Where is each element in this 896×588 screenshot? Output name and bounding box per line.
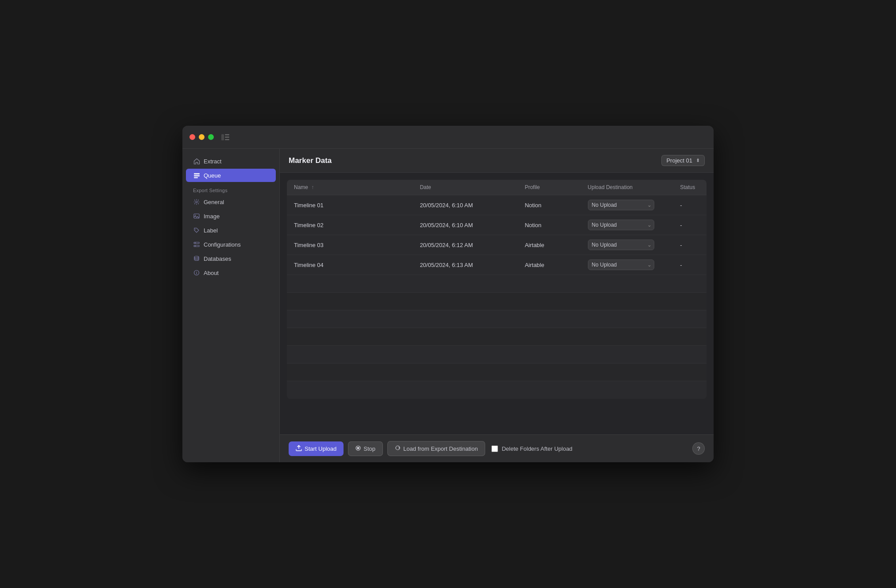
sidebar-item-label: About <box>204 270 219 276</box>
data-table: Name ↑ Date Profile Upload Destination <box>287 180 707 399</box>
sidebar: Extract Queue Export Settings <box>182 149 280 462</box>
home-icon <box>193 158 200 165</box>
svg-rect-1 <box>225 134 229 135</box>
sidebar-item-about[interactable]: About <box>186 266 276 279</box>
cell-profile: Notion <box>518 215 580 235</box>
table-row: Timeline 0220/05/2024, 6:10 AMNotionNo U… <box>287 215 707 235</box>
svg-rect-14 <box>195 246 196 247</box>
col-status-label: Status <box>680 184 695 190</box>
close-button[interactable] <box>189 134 195 140</box>
stop-icon <box>355 445 361 452</box>
maximize-button[interactable] <box>208 134 214 140</box>
svg-rect-19 <box>357 447 359 449</box>
sidebar-item-general[interactable]: General <box>186 195 276 209</box>
image-icon <box>193 213 200 220</box>
upload-destination-select[interactable]: No UploadDropboxGoogle DriveOneDrive <box>588 220 654 230</box>
cell-upload-destination: No UploadDropboxGoogle DriveOneDrive <box>581 235 673 255</box>
svg-point-10 <box>195 229 196 230</box>
cell-status: - <box>673 195 707 215</box>
svg-point-15 <box>194 256 199 258</box>
cell-upload-destination: No UploadDropboxGoogle DriveOneDrive <box>581 255 673 275</box>
load-from-export-button[interactable]: Load from Export Destination <box>387 441 485 456</box>
sidebar-item-label[interactable]: Label <box>186 224 276 237</box>
cell-date: 20/05/2024, 6:10 AM <box>413 195 518 215</box>
sidebar-item-label: Configurations <box>204 241 241 248</box>
sidebar-item-queue[interactable]: Queue <box>186 169 276 182</box>
sidebar-item-label: Image <box>204 213 220 220</box>
cell-profile: Notion <box>518 195 580 215</box>
upload-destination-select[interactable]: No UploadDropboxGoogle DriveOneDrive <box>588 240 654 250</box>
table-row-empty <box>287 381 707 399</box>
cell-profile: Airtable <box>518 255 580 275</box>
help-button[interactable]: ? <box>692 442 705 455</box>
col-name-label: Name <box>294 184 308 190</box>
sidebar-item-label: Databases <box>204 255 231 262</box>
stop-button[interactable]: Stop <box>348 441 383 456</box>
sidebar-item-image[interactable]: Image <box>186 209 276 223</box>
refresh-icon <box>395 445 401 452</box>
cell-status: - <box>673 215 707 235</box>
table-row: Timeline 0120/05/2024, 6:10 AMNotionNo U… <box>287 195 707 215</box>
table-row: Timeline 0420/05/2024, 6:13 AMAirtableNo… <box>287 255 707 275</box>
table-row-empty <box>287 275 707 293</box>
svg-rect-11 <box>194 242 199 244</box>
table-row-empty <box>287 293 707 310</box>
cell-status: - <box>673 235 707 255</box>
upload-icon <box>296 445 302 453</box>
app-window: Extract Queue Export Settings <box>182 126 714 462</box>
col-date-label: Date <box>420 184 431 190</box>
col-upload-label: Upload Destination <box>588 184 633 190</box>
project-selector-label: Project 01 <box>666 157 692 164</box>
configurations-icon <box>193 241 200 248</box>
databases-icon <box>193 255 200 262</box>
titlebar <box>182 126 714 149</box>
sidebar-item-label: General <box>204 199 224 205</box>
delete-folders-label[interactable]: Delete Folders After Upload <box>502 445 572 452</box>
sidebar-item-databases[interactable]: Databases <box>186 252 276 265</box>
col-profile-label: Profile <box>525 184 540 190</box>
cell-upload-destination: No UploadDropboxGoogle DriveOneDrive <box>581 195 673 215</box>
table-row-empty <box>287 310 707 328</box>
delete-folders-checkbox[interactable] <box>491 445 498 452</box>
sidebar-toggle-button[interactable] <box>219 132 232 142</box>
start-upload-label: Start Upload <box>305 445 336 452</box>
upload-destination-select[interactable]: No UploadDropboxGoogle DriveOneDrive <box>588 259 654 270</box>
table-row-empty <box>287 328 707 346</box>
label-icon <box>193 227 200 234</box>
sidebar-item-label: Queue <box>204 172 221 179</box>
cell-upload-destination: No UploadDropboxGoogle DriveOneDrive <box>581 215 673 235</box>
table-container: Name ↑ Date Profile Upload Destination <box>280 173 714 434</box>
svg-rect-6 <box>194 177 198 178</box>
svg-rect-3 <box>225 139 229 140</box>
content-area: Marker Data Project 01 ⬍ Name ↑ <box>280 149 714 462</box>
col-header-date: Date <box>413 180 518 195</box>
cell-status: - <box>673 255 707 275</box>
sidebar-item-label: Label <box>204 227 218 234</box>
traffic-lights <box>189 134 214 140</box>
col-header-upload-destination: Upload Destination <box>581 180 673 195</box>
sidebar-item-configurations[interactable]: Configurations <box>186 238 276 251</box>
table-row-empty <box>287 346 707 364</box>
sidebar-item-extract[interactable]: Extract <box>186 155 276 168</box>
project-selector[interactable]: Project 01 ⬍ <box>661 155 705 166</box>
export-settings-label: Export Settings <box>182 182 279 195</box>
cell-name: Timeline 04 <box>287 255 413 275</box>
help-icon: ? <box>697 445 700 452</box>
start-upload-button[interactable]: Start Upload <box>289 441 344 456</box>
svg-rect-13 <box>195 243 196 244</box>
col-header-profile: Profile <box>518 180 580 195</box>
col-header-name[interactable]: Name ↑ <box>287 180 413 195</box>
col-header-status: Status <box>673 180 707 195</box>
minimize-button[interactable] <box>199 134 205 140</box>
upload-destination-select[interactable]: No UploadDropboxGoogle DriveOneDrive <box>588 200 654 210</box>
info-icon <box>193 269 200 276</box>
cell-name: Timeline 02 <box>287 215 413 235</box>
page-title: Marker Data <box>289 156 332 165</box>
stop-label: Stop <box>363 445 375 452</box>
cell-date: 20/05/2024, 6:13 AM <box>413 255 518 275</box>
svg-rect-5 <box>194 175 200 176</box>
cell-name: Timeline 01 <box>287 195 413 215</box>
delete-folders-area: Delete Folders After Upload <box>491 445 572 452</box>
svg-point-7 <box>196 201 197 203</box>
cell-name: Timeline 03 <box>287 235 413 255</box>
